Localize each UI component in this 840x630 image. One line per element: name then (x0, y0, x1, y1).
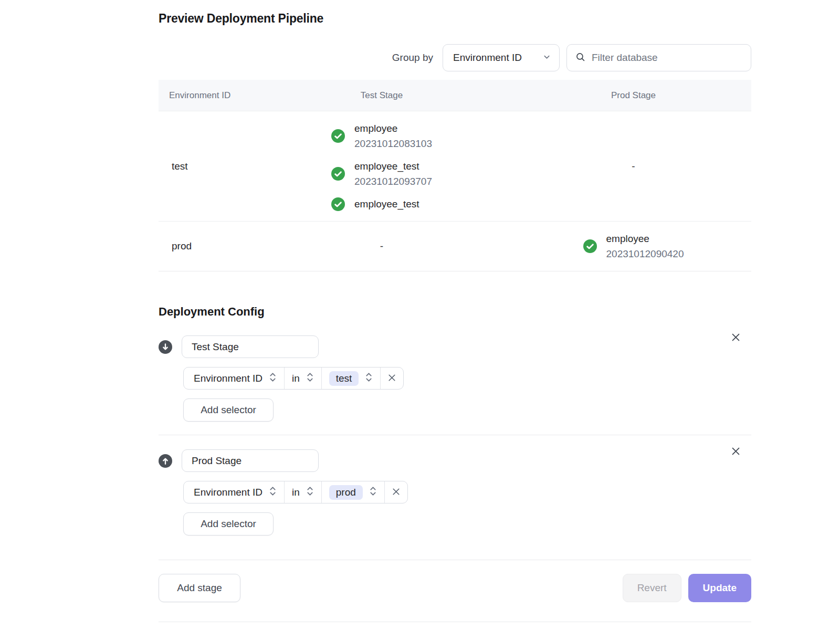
toolbar: Group by Environment ID (159, 44, 751, 71)
selector-operator-value: in (292, 487, 300, 498)
up-down-chevron-icon (369, 486, 377, 499)
check-circle-icon (331, 167, 345, 181)
selector-field-value: Environment ID (194, 373, 262, 384)
selector-value-dropdown[interactable]: test (321, 368, 381, 389)
selector-field-dropdown[interactable]: Environment ID (184, 368, 284, 389)
stage-name-input[interactable] (182, 449, 319, 472)
prod-stage-cell-empty: - (516, 161, 751, 172)
update-button[interactable]: Update (688, 574, 751, 602)
close-icon (731, 446, 741, 458)
arrow-up-circle-icon (159, 454, 172, 468)
environment-id-cell: prod (159, 240, 248, 252)
chevron-down-icon (543, 52, 551, 64)
deployment-item: employee_test 20231012093707 (331, 159, 432, 189)
remove-stage-button[interactable] (730, 446, 741, 458)
up-down-chevron-icon (269, 372, 277, 385)
close-icon (392, 487, 401, 498)
test-stage-cell: employee 20231012083103 employee_test 20… (248, 111, 516, 221)
test-stage-cell-empty: - (248, 240, 516, 252)
remove-selector-button[interactable] (380, 368, 403, 389)
close-icon (387, 373, 396, 384)
remove-selector-button[interactable] (384, 481, 407, 503)
up-down-chevron-icon (306, 486, 314, 499)
environment-id-cell: test (159, 161, 248, 172)
selector-operator-value: in (292, 373, 300, 384)
page-title: Preview Deployment Pipeline (159, 0, 751, 26)
column-test-stage: Test Stage (248, 90, 516, 101)
selector-field-value: Environment ID (194, 487, 262, 498)
divider (159, 560, 751, 560)
add-selector-button[interactable]: Add selector (183, 512, 274, 536)
add-selector-button[interactable]: Add selector (183, 398, 274, 422)
deployment-item: employee 20231012083103 (331, 121, 432, 151)
group-by-selected-value: Environment ID (453, 52, 522, 64)
group-by-label: Group by (392, 52, 433, 64)
selector-field-dropdown[interactable]: Environment ID (184, 481, 284, 503)
remove-stage-button[interactable] (730, 332, 741, 344)
table-row-prod: prod - employee 20231012090420 (159, 221, 751, 271)
column-environment-id: Environment ID (159, 90, 248, 101)
main-content: Preview Deployment Pipeline Group by Env… (159, 0, 751, 622)
stage-config-prod: Environment ID in prod (159, 449, 751, 536)
selector-value-chip: test (329, 371, 359, 386)
add-stage-button[interactable]: Add stage (159, 574, 240, 602)
filter-database-input[interactable] (592, 52, 742, 64)
check-circle-icon (331, 197, 345, 211)
selector: Environment ID in prod (183, 481, 408, 503)
search-icon (575, 52, 585, 64)
column-prod-stage: Prod Stage (516, 90, 751, 101)
deployment-config-title: Deployment Config (159, 305, 751, 319)
deployment-timestamp: 20231012083103 (354, 136, 432, 151)
database-name: employee_test (354, 159, 432, 174)
deployment-timestamp: 20231012090420 (606, 246, 684, 261)
bottom-divider (159, 622, 751, 622)
deployment-item: employee 20231012090420 (583, 231, 684, 261)
arrow-down-circle-icon (159, 340, 172, 354)
check-circle-icon (583, 239, 597, 253)
pipeline-table: Environment ID Test Stage Prod Stage tes… (159, 80, 751, 271)
divider (159, 435, 751, 435)
group-by-select[interactable]: Environment ID (443, 44, 560, 71)
stage-name-input[interactable] (182, 335, 319, 358)
stage-config-test: Environment ID in test (159, 335, 751, 422)
deployment-item: employee_test (331, 196, 419, 212)
database-name: employee (606, 231, 684, 246)
close-icon (731, 332, 741, 344)
selector: Environment ID in test (183, 367, 404, 390)
selector-value-dropdown[interactable]: prod (321, 481, 384, 503)
deployment-timestamp: 20231012093707 (354, 174, 432, 189)
filter-database-searchbox[interactable] (566, 44, 751, 71)
up-down-chevron-icon (306, 372, 314, 385)
deployment-list: employee 20231012090420 (583, 222, 684, 271)
selector-operator-dropdown[interactable]: in (284, 481, 321, 503)
table-row-test: test employee 20231012083103 (159, 111, 751, 221)
pipeline-table-header: Environment ID Test Stage Prod Stage (159, 80, 751, 111)
revert-button[interactable]: Revert (623, 574, 681, 602)
prod-stage-cell: employee 20231012090420 (516, 222, 751, 271)
check-circle-icon (331, 129, 345, 143)
up-down-chevron-icon (365, 372, 373, 385)
up-down-chevron-icon (269, 486, 277, 499)
selector-value-chip: prod (329, 485, 363, 500)
selector-operator-dropdown[interactable]: in (284, 368, 321, 389)
database-name: employee_test (354, 196, 419, 212)
config-footer: Add stage Revert Update (159, 574, 751, 602)
database-name: employee (354, 121, 432, 136)
deployment-list: employee 20231012083103 employee_test 20… (331, 111, 432, 221)
